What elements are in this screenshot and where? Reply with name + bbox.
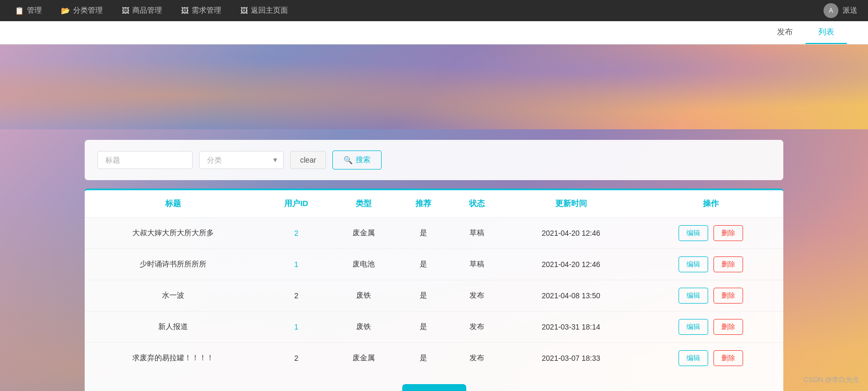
edit-button[interactable]: 编辑 bbox=[679, 350, 708, 366]
product-icon: 🖼 bbox=[122, 6, 129, 15]
table-card: 标题 用户ID 类型 推荐 状态 更新时间 操作 大叔大婶大所大所大所多 2 废… bbox=[85, 189, 783, 391]
table-header-row: 标题 用户ID 类型 推荐 状态 更新时间 操作 bbox=[85, 190, 783, 218]
nav-category-manage[interactable]: 📂 分类管理 bbox=[51, 0, 112, 21]
cell-title: 少时诵诗书所所所所 bbox=[85, 249, 262, 280]
cell-actions: 编辑 删除 bbox=[638, 343, 783, 374]
delete-button[interactable]: 删除 bbox=[713, 319, 743, 335]
cell-type: 废金属 bbox=[331, 343, 396, 374]
cell-actions: 编辑 删除 bbox=[638, 249, 783, 280]
add-button[interactable]: ✏️ 新增 bbox=[402, 384, 466, 391]
col-update-time: 更新时间 bbox=[504, 190, 638, 218]
category-icon: 📂 bbox=[61, 6, 70, 15]
nav-product-label: 商品管理 bbox=[132, 6, 162, 15]
user-id: 2 bbox=[294, 291, 299, 300]
cell-status: 发布 bbox=[450, 343, 504, 374]
edit-button[interactable]: 编辑 bbox=[679, 288, 708, 304]
cell-recommend: 是 bbox=[396, 218, 450, 249]
cell-recommend: 是 bbox=[396, 312, 450, 343]
delete-button[interactable]: 删除 bbox=[713, 350, 743, 366]
tab-bar: 发布 列表 bbox=[0, 21, 868, 45]
cell-title: 新人报道 bbox=[85, 312, 262, 343]
tab-publish[interactable]: 发布 bbox=[764, 21, 806, 44]
tab-list-label: 列表 bbox=[818, 27, 834, 37]
col-status: 状态 bbox=[450, 190, 504, 218]
nav-demand-manage[interactable]: 🖼 需求管理 bbox=[171, 0, 231, 21]
data-table: 标题 用户ID 类型 推荐 状态 更新时间 操作 大叔大婶大所大所大所多 2 废… bbox=[85, 190, 783, 374]
user-id-link[interactable]: 2 bbox=[294, 229, 299, 237]
category-select-wrapper: 分类 ▼ bbox=[199, 151, 284, 169]
cell-title: 水一波 bbox=[85, 280, 262, 312]
nav-article-label: 管理 bbox=[27, 6, 42, 15]
cell-actions: 编辑 删除 bbox=[638, 312, 783, 343]
table-row: 大叔大婶大所大所大所多 2 废金属 是 草稿 2021-04-20 12:46 … bbox=[85, 218, 783, 249]
user-id-link[interactable]: 1 bbox=[294, 260, 299, 269]
nav-right: A 派送 bbox=[824, 3, 863, 18]
tab-publish-label: 发布 bbox=[777, 27, 793, 37]
cell-update-time: 2021-03-31 18:14 bbox=[504, 312, 638, 343]
col-user-id: 用户ID bbox=[262, 190, 331, 218]
cell-title: 求废弃的易拉罐！！！！ bbox=[85, 343, 262, 374]
clear-label: clear bbox=[300, 156, 316, 164]
cell-user-id: 2 bbox=[262, 343, 331, 374]
delete-button[interactable]: 删除 bbox=[713, 225, 743, 241]
avatar-text: A bbox=[829, 7, 833, 14]
search-icon: 🔍 bbox=[343, 156, 352, 164]
nav-back-home-label: 返回主页面 bbox=[251, 6, 288, 15]
edit-button[interactable]: 编辑 bbox=[679, 225, 708, 241]
cell-update-time: 2021-04-20 12:46 bbox=[504, 218, 638, 249]
col-title: 标题 bbox=[85, 190, 262, 218]
user-id-link[interactable]: 1 bbox=[294, 323, 299, 331]
cell-user-id: 2 bbox=[262, 280, 331, 312]
cell-recommend: 是 bbox=[396, 343, 450, 374]
home-icon: 🖼 bbox=[240, 6, 248, 15]
table-row: 新人报道 1 废铁 是 发布 2021-03-31 18:14 编辑 删除 bbox=[85, 312, 783, 343]
search-title-input[interactable] bbox=[97, 151, 193, 169]
edit-button[interactable]: 编辑 bbox=[679, 256, 708, 272]
cell-recommend: 是 bbox=[396, 280, 450, 312]
cell-user-id: 1 bbox=[262, 312, 331, 343]
delete-button[interactable]: 删除 bbox=[713, 256, 743, 272]
col-actions: 操作 bbox=[638, 190, 783, 218]
avatar: A bbox=[824, 3, 838, 18]
cell-type: 废金属 bbox=[331, 218, 396, 249]
table-row: 求废弃的易拉罐！！！！ 2 废金属 是 发布 2021-03-07 18:33 … bbox=[85, 343, 783, 374]
clear-button[interactable]: clear bbox=[290, 151, 326, 169]
cell-type: 废电池 bbox=[331, 249, 396, 280]
cell-user-id: 2 bbox=[262, 218, 331, 249]
nav-article-manage[interactable]: 📋 管理 bbox=[5, 0, 51, 21]
add-button-row: ✏️ 新增 bbox=[85, 374, 783, 391]
main-content: 分类 ▼ clear 🔍 搜索 标题 用户ID 类型 推荐 状态 更新时间 操作 bbox=[0, 129, 868, 391]
table-row: 少时诵诗书所所所所 1 废电池 是 草稿 2021-04-20 12:46 编辑… bbox=[85, 249, 783, 280]
search-button[interactable]: 🔍 搜索 bbox=[332, 150, 382, 170]
nav-demand-label: 需求管理 bbox=[192, 6, 221, 15]
delete-button[interactable]: 删除 bbox=[713, 288, 743, 304]
cell-status: 发布 bbox=[450, 312, 504, 343]
search-label: 搜索 bbox=[356, 155, 370, 165]
top-nav: 📋 管理 📂 分类管理 🖼 商品管理 🖼 需求管理 🖼 返回主页面 A 派送 bbox=[0, 0, 868, 21]
article-icon: 📋 bbox=[15, 6, 24, 15]
table-row: 水一波 2 废铁 是 发布 2021-04-08 13:50 编辑 删除 bbox=[85, 280, 783, 312]
col-type: 类型 bbox=[331, 190, 396, 218]
user-id: 2 bbox=[294, 354, 299, 362]
nav-category-label: 分类管理 bbox=[73, 6, 103, 15]
col-recommend: 推荐 bbox=[396, 190, 450, 218]
nav-right-label: 派送 bbox=[843, 6, 857, 15]
background-banner bbox=[0, 45, 868, 129]
cell-status: 发布 bbox=[450, 280, 504, 312]
demand-icon: 🖼 bbox=[181, 6, 188, 15]
cell-status: 草稿 bbox=[450, 218, 504, 249]
cell-update-time: 2021-04-08 13:50 bbox=[504, 280, 638, 312]
cell-update-time: 2021-03-07 18:33 bbox=[504, 343, 638, 374]
category-select[interactable]: 分类 bbox=[199, 151, 284, 169]
nav-back-home[interactable]: 🖼 返回主页面 bbox=[231, 0, 297, 21]
tab-list[interactable]: 列表 bbox=[806, 21, 847, 44]
search-card: 分类 ▼ clear 🔍 搜索 bbox=[85, 140, 783, 180]
nav-product-manage[interactable]: 🖼 商品管理 bbox=[112, 0, 171, 21]
cell-update-time: 2021-04-20 12:46 bbox=[504, 249, 638, 280]
edit-button[interactable]: 编辑 bbox=[679, 319, 708, 335]
cell-recommend: 是 bbox=[396, 249, 450, 280]
cell-status: 草稿 bbox=[450, 249, 504, 280]
cell-actions: 编辑 删除 bbox=[638, 218, 783, 249]
watermark: CSDN @李白先生 bbox=[803, 375, 860, 385]
cell-user-id: 1 bbox=[262, 249, 331, 280]
